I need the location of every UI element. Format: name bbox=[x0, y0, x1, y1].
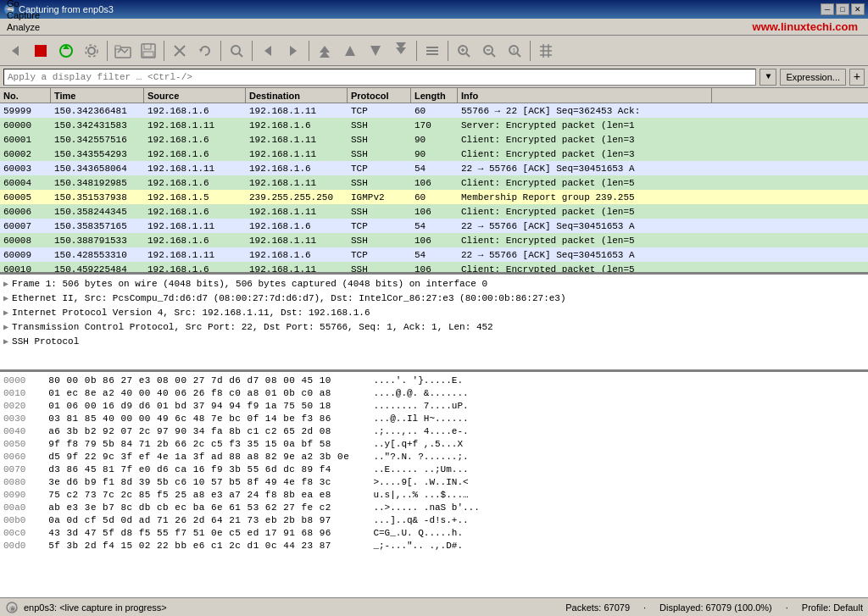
menu-item-analyze[interactable]: Analyze bbox=[2, 21, 54, 33]
detail-item[interactable]: ▶Ethernet II, Src: PcsCompu_7d:d6:d7 (08… bbox=[3, 291, 865, 305]
close-button[interactable]: ✕ bbox=[851, 3, 865, 15]
hex-offset: 00b0 bbox=[3, 515, 37, 525]
packet-row[interactable]: 59999150.342366481192.168.1.6192.168.1.1… bbox=[0, 103, 868, 118]
packet-cell: 150.358244345 bbox=[51, 207, 144, 217]
menu-item-capture[interactable]: Capture bbox=[2, 9, 54, 21]
svg-marker-19 bbox=[290, 46, 297, 56]
packet-list-body[interactable]: 59999150.342366481192.168.1.6192.168.1.1… bbox=[0, 103, 868, 272]
packet-row[interactable]: 60001150.342557516192.168.1.6192.168.1.1… bbox=[0, 132, 868, 147]
toolbar-zoom-reset-button[interactable]: 1 bbox=[503, 39, 526, 63]
toolbar-close-capture-button[interactable] bbox=[168, 39, 192, 63]
toolbar-prev-button[interactable] bbox=[256, 39, 280, 63]
packet-row[interactable]: 60006150.358244345192.168.1.6192.168.1.1… bbox=[0, 204, 868, 219]
maximize-button[interactable]: □ bbox=[836, 3, 849, 15]
hex-offset: 0020 bbox=[3, 401, 37, 411]
packet-cell: 60006 bbox=[0, 207, 51, 217]
col-header-source[interactable]: Source bbox=[144, 88, 246, 103]
detail-text: Internet Protocol Version 4, Src: 192.16… bbox=[12, 308, 370, 318]
col-header-time[interactable]: Time bbox=[51, 88, 144, 103]
hex-ascii: _;-...".. .,.D#. bbox=[373, 541, 463, 551]
packet-row[interactable]: 60000150.342431583192.168.1.11192.168.1.… bbox=[0, 118, 868, 132]
packet-row[interactable]: 60009150.428553310192.168.1.11192.168.1.… bbox=[0, 247, 868, 262]
toolbar-down-button[interactable] bbox=[364, 39, 387, 63]
filter-input[interactable] bbox=[3, 69, 756, 86]
packet-row[interactable]: 60004150.348192985192.168.1.6192.168.1.1… bbox=[0, 175, 868, 190]
detail-expand-icon: ▶ bbox=[3, 279, 8, 289]
packet-cell: TCP bbox=[348, 164, 411, 174]
refresh-icon bbox=[197, 42, 214, 59]
toolbar-scroll-down-button[interactable] bbox=[389, 39, 413, 63]
packet-cell: 150.342366481 bbox=[51, 106, 144, 116]
packet-cell: 192.168.1.6 bbox=[246, 250, 348, 260]
packet-cell: 22 → 55766 [ACK] Seq=30451653 A bbox=[458, 250, 712, 260]
hex-ascii: ........ 7....uP. bbox=[373, 401, 468, 411]
packet-cell: 239.255.255.250 bbox=[246, 192, 348, 203]
detail-item[interactable]: ▶Transmission Control Protocol, Src Port… bbox=[3, 319, 865, 334]
detail-item[interactable]: ▶Frame 1: 506 bytes on wire (4048 bits),… bbox=[3, 276, 865, 291]
packet-cell: TCP bbox=[348, 106, 411, 116]
toolbar-capture-options-button[interactable] bbox=[420, 39, 444, 63]
toolbar-options-button[interactable] bbox=[80, 39, 103, 63]
hex-bytes: 3e d6 b9 f1 8d 39 5b c6 10 57 b5 8f 49 4… bbox=[48, 477, 362, 487]
packet-cell: 106 bbox=[411, 178, 458, 188]
packet-cell: SSH bbox=[348, 135, 411, 145]
hex-offset: 0030 bbox=[3, 413, 37, 424]
hex-ascii: C=G_.U. Q.....h. bbox=[373, 528, 463, 538]
menu-item-go[interactable]: Go bbox=[2, 0, 54, 9]
packet-cell: 60008 bbox=[0, 236, 51, 246]
packet-cell: 192.168.1.11 bbox=[144, 164, 246, 174]
expression-button[interactable]: Expression... bbox=[780, 69, 846, 86]
toolbar-refresh-button[interactable] bbox=[193, 39, 217, 63]
toolbar-up-button[interactable] bbox=[338, 39, 362, 63]
hex-bytes: a6 3b b2 92 07 2c 97 90 34 fa 8b c1 c2 6… bbox=[48, 426, 362, 436]
detail-text: Ethernet II, Src: PcsCompu_7d:d6:d7 (08:… bbox=[12, 293, 566, 303]
col-header-protocol[interactable]: Protocol bbox=[348, 88, 411, 103]
toolbar-zoom-out-button[interactable] bbox=[477, 39, 501, 63]
hex-row: 0010 01 ec 8e a2 40 00 40 06 26 f8 c0 a8… bbox=[3, 386, 865, 399]
packet-row[interactable]: 60008150.388791533192.168.1.6192.168.1.1… bbox=[0, 233, 868, 247]
toolbar-back-button[interactable] bbox=[3, 39, 27, 63]
toolbar-zoom-in-button[interactable] bbox=[452, 39, 476, 63]
add-filter-button[interactable]: + bbox=[849, 69, 865, 86]
toolbar-stop-button[interactable] bbox=[29, 39, 53, 63]
toolbar-next-button[interactable] bbox=[281, 39, 305, 63]
hex-row: 0000 80 00 0b 86 27 e3 08 00 27 7d d6 d7… bbox=[3, 374, 865, 386]
packet-cell: 192.168.1.11 bbox=[144, 120, 246, 130]
packet-row[interactable]: 60002150.343554293192.168.1.6192.168.1.1… bbox=[0, 147, 868, 161]
packet-cell: 192.168.1.5 bbox=[144, 192, 246, 203]
minimize-button[interactable]: ─ bbox=[821, 3, 834, 15]
filter-bookmark-button[interactable]: ▼ bbox=[760, 69, 776, 86]
detail-item[interactable]: ▶SSH Protocol bbox=[3, 334, 865, 348]
packet-row[interactable]: 60005150.351537938192.168.1.5239.255.255… bbox=[0, 190, 868, 204]
hex-bytes: ab e3 3e b7 8c db cb ec ba 6e 61 53 62 2… bbox=[48, 502, 362, 513]
packet-row[interactable]: 60010150.459225484192.168.1.6192.168.1.1… bbox=[0, 262, 868, 272]
detail-item[interactable]: ▶Internet Protocol Version 4, Src: 192.1… bbox=[3, 305, 865, 319]
col-header-length[interactable]: Length bbox=[411, 88, 458, 103]
hex-offset: 0000 bbox=[3, 375, 37, 386]
toolbar-search-button[interactable] bbox=[225, 39, 248, 63]
toolbar-resize-columns-button[interactable] bbox=[534, 39, 558, 63]
packet-cell: 60001 bbox=[0, 135, 51, 145]
toolbar-scroll-up-button[interactable] bbox=[313, 39, 337, 63]
toolbar-sep-8 bbox=[530, 41, 531, 61]
col-header-no[interactable]: No. bbox=[0, 88, 51, 103]
svg-marker-22 bbox=[345, 46, 355, 56]
col-header-info[interactable]: Info bbox=[458, 88, 712, 103]
toolbar-reload-button[interactable] bbox=[54, 39, 78, 63]
packet-cell: 192.168.1.11 bbox=[144, 250, 246, 260]
packet-cell: 60007 bbox=[0, 221, 51, 231]
hex-row: 0060 d5 9f 22 9c 3f ef 4e 1a 3f ad 88 a8… bbox=[3, 450, 865, 463]
zoom-out-icon bbox=[481, 42, 498, 59]
status-right: Packets: 67079 · Displayed: 67079 (100.0… bbox=[565, 602, 863, 613]
detail-text: Transmission Control Protocol, Src Port:… bbox=[12, 322, 493, 332]
packet-cell: 150.343658064 bbox=[51, 164, 144, 174]
col-header-destination[interactable]: Destination bbox=[246, 88, 348, 103]
toolbar-save-button[interactable] bbox=[136, 39, 160, 63]
packet-row[interactable]: 60003150.343658064192.168.1.11192.168.1.… bbox=[0, 161, 868, 175]
packet-row[interactable]: 60007150.358357165192.168.1.11192.168.1.… bbox=[0, 219, 868, 233]
toolbar-open-button[interactable] bbox=[111, 39, 135, 63]
packet-cell: Client: Encrypted packet (len=5 bbox=[458, 207, 712, 217]
packet-cell: 150.342431583 bbox=[51, 120, 144, 130]
packet-cell: 192.168.1.11 bbox=[246, 264, 348, 273]
toolbar: 1 bbox=[0, 36, 868, 66]
